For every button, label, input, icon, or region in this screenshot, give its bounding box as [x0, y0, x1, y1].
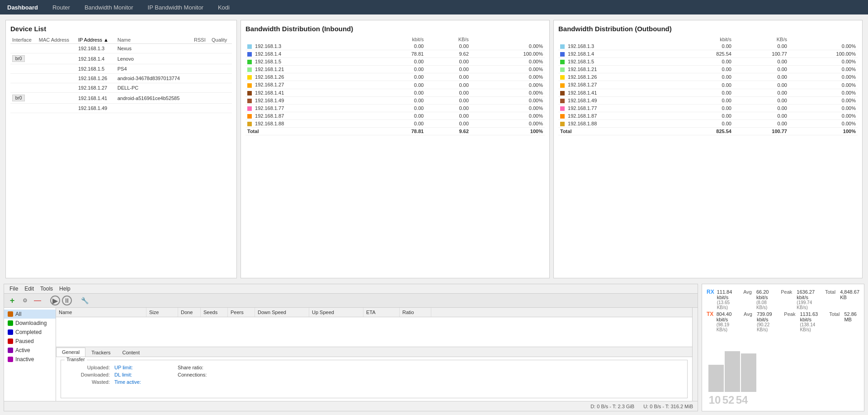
col-upspeed[interactable]: Up Speed — [309, 308, 363, 317]
bw-ip: 192.168.1.27 — [245, 81, 374, 89]
nav-ip-bandwidth-monitor[interactable]: IP Bandwidth Monitor — [145, 3, 206, 12]
menu-tools[interactable]: Tools — [38, 285, 56, 292]
table-row[interactable]: 192.168.1.27 DELL-PC — [10, 83, 232, 93]
col-name[interactable]: Name — [56, 308, 146, 317]
bw-row: 192.168.1.21 0.00 0.00 0.00% — [245, 66, 545, 73]
table-row[interactable]: 192.168.1.49 — [10, 104, 232, 113]
table-row[interactable]: 192.168.1.3 Nexus — [10, 44, 232, 53]
bw-ip: 192.168.1.88 — [558, 119, 678, 127]
color-dot — [560, 44, 565, 49]
rx-peak-label: Peak — [781, 289, 792, 295]
bw-kbs: 0.00 — [733, 43, 789, 50]
menu-edit[interactable]: Edit — [22, 285, 37, 292]
table-row[interactable]: 192.168.1.26 android-34678d8397013774 — [10, 74, 232, 83]
col-done[interactable]: Done — [178, 308, 201, 317]
play-button[interactable]: ▶ — [50, 296, 60, 305]
bw-kbits: 0.00 — [374, 96, 425, 104]
tab-trackers[interactable]: Trackers — [85, 348, 116, 357]
torrent-cat-inactive[interactable]: Inactive — [4, 355, 56, 364]
cell-name: android-a516961ce4b52585 — [116, 93, 192, 104]
torrent-categories: All Downloading Completed Paused Active … — [4, 310, 56, 364]
bw-kbs: 0.00 — [425, 89, 471, 96]
col-name[interactable]: Name — [116, 36, 192, 44]
nav-dashboard[interactable]: Dashboard — [5, 3, 41, 12]
rx-peak-sub: (199.74 KB/s) — [797, 300, 818, 310]
torrent-list-header: Name Size Done Seeds Peers Down Speed Up… — [56, 308, 692, 317]
bw-kbits: 0.00 — [374, 43, 425, 50]
bw-row: 192.168.1.4 825.54 100.77 100.00% — [558, 50, 858, 58]
settings-button[interactable]: ⚙ — [19, 295, 30, 306]
torrent-cat-downloading[interactable]: Downloading — [4, 319, 56, 328]
cell-iface: br0 — [10, 93, 37, 104]
table-row[interactable]: 192.168.1.5 PS4 — [10, 64, 232, 74]
torrent-cat-all[interactable]: All — [4, 310, 56, 319]
bw-in-col-kbs: KB/s — [425, 36, 471, 43]
connections-label: Connections: — [178, 372, 236, 377]
cat-label: Active — [15, 347, 30, 353]
table-row[interactable]: br0 192.168.1.41 android-a516961ce4b5258… — [10, 93, 232, 104]
remove-torrent-button[interactable]: — — [32, 295, 43, 306]
torrent-toolbar: + ⚙ — ▶ ⏸ 🔧 — [4, 294, 698, 308]
torrent-sidebar: All Downloading Completed Paused Active … — [4, 308, 56, 401]
menu-file[interactable]: File — [7, 285, 21, 292]
rx-total: 4,848.67 KB — [840, 289, 859, 300]
tab-general[interactable]: General — [56, 348, 85, 357]
col-interface[interactable]: Interface — [10, 36, 37, 44]
tx-avg-label: Avg — [744, 311, 752, 317]
nav-router[interactable]: Router — [50, 3, 73, 12]
cat-icon — [8, 357, 13, 362]
rx-total-label: Total — [825, 289, 835, 295]
menu-help[interactable]: Help — [57, 285, 73, 292]
color-dot — [560, 75, 565, 80]
col-ratio[interactable]: Ratio — [400, 308, 431, 317]
bw-kbs: 9.62 — [425, 50, 471, 58]
bw-pct: 0.00% — [471, 43, 545, 50]
table-row[interactable]: br0 192.168.1.4 Lenovo — [10, 53, 232, 64]
cell-rssi — [192, 53, 210, 64]
bw-kbits: 0.00 — [678, 112, 733, 119]
bw-kbits: 0.00 — [374, 89, 425, 96]
col-quality[interactable]: Quality — [210, 36, 232, 44]
bw-row: 192.168.1.21 0.00 0.00 0.00% — [558, 66, 858, 73]
detail-tabs: General Trackers Content — [56, 347, 692, 357]
tx-avg-sub: (90.22 KB/s) — [757, 322, 777, 332]
nav-kodi[interactable]: Kodi — [215, 3, 232, 12]
torrent-cat-completed[interactable]: Completed — [4, 328, 56, 337]
col-size[interactable]: Size — [146, 308, 178, 317]
torrent-detail-panel: General Trackers Content Transfer Upload… — [56, 347, 692, 401]
nav-bandwidth-monitor[interactable]: Bandwidth Monitor — [82, 3, 136, 12]
col-peers[interactable]: Peers — [228, 308, 255, 317]
chart-label: 52 — [722, 394, 735, 406]
tx-label: TX — [707, 311, 714, 317]
col-seeds[interactable]: Seeds — [201, 308, 228, 317]
wrench-button[interactable]: 🔧 — [79, 295, 90, 306]
col-eta[interactable]: ETA — [363, 308, 400, 317]
bw-inbound-title: Bandwidth Distribution (Inbound) — [245, 25, 545, 33]
add-torrent-button[interactable]: + — [7, 295, 18, 306]
bw-total-label: Total — [245, 128, 374, 135]
color-dot — [560, 60, 565, 64]
bw-total-pct: 100% — [789, 128, 858, 135]
bw-kbs: 0.00 — [733, 96, 789, 104]
rx-row: RX 111.84 kbit/s (13.65 KB/s) Avg 66.20 … — [707, 289, 859, 310]
bw-kbits: 0.00 — [678, 81, 733, 89]
col-downspeed[interactable]: Down Speed — [255, 308, 309, 317]
torrent-list-area — [56, 317, 692, 347]
cell-mac — [37, 74, 76, 83]
torrent-body: All Downloading Completed Paused Active … — [4, 308, 698, 401]
tab-content[interactable]: Content — [117, 348, 146, 357]
bw-total-kbits: 825.54 — [678, 128, 733, 135]
bw-row: 192.168.1.49 0.00 0.00 0.00% — [245, 96, 545, 104]
col-rssi[interactable]: RSSI — [192, 36, 210, 44]
bw-row: 192.168.1.88 0.00 0.00 0.00% — [245, 119, 545, 127]
chart-bar — [708, 365, 724, 392]
detail-scrollbar[interactable] — [692, 308, 698, 401]
bw-row: 192.168.1.49 0.00 0.00 0.00% — [558, 96, 858, 104]
col-mac[interactable]: MAC Address — [37, 36, 76, 44]
torrent-cat-active[interactable]: Active — [4, 346, 56, 355]
torrent-cat-paused[interactable]: Paused — [4, 337, 56, 346]
pause-button[interactable]: ⏸ — [62, 296, 72, 305]
downloaded-label: Downloaded: — [65, 372, 110, 377]
torrent-main: Name Size Done Seeds Peers Down Speed Up… — [56, 308, 692, 401]
col-ip[interactable]: IP Address ▲ — [76, 36, 116, 44]
